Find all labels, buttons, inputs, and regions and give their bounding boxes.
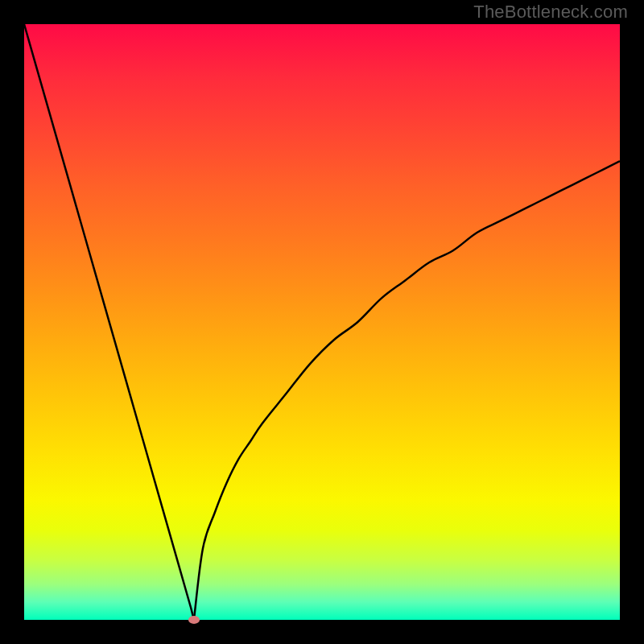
plot-area [24,24,620,620]
curve-left-branch [24,24,194,620]
curve-svg [24,24,620,620]
minimum-marker [188,616,200,624]
watermark-text: TheBottleneck.com [473,2,628,23]
chart-container: TheBottleneck.com [0,0,644,644]
curve-right-branch [194,161,620,620]
